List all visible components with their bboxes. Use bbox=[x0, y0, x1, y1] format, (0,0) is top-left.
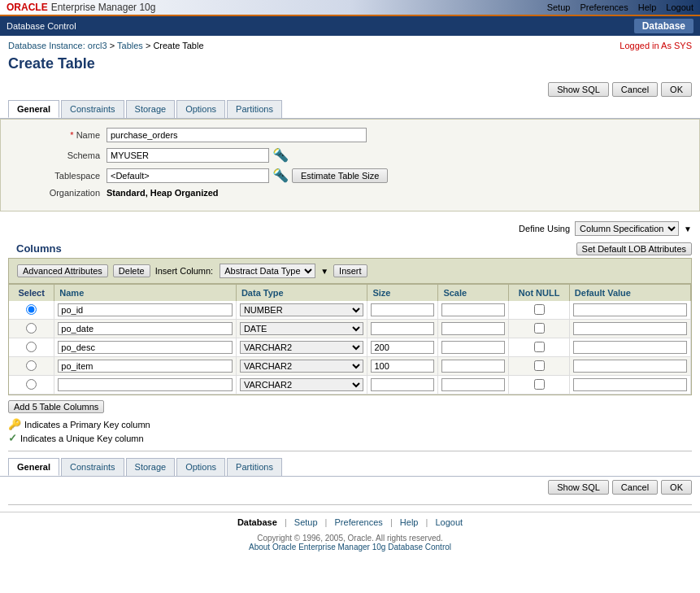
row3-not-null-checkbox[interactable] bbox=[534, 342, 545, 352]
row5-datatype-select[interactable]: VARCHAR2CHARDATENUMBER bbox=[240, 378, 364, 391]
row4-datatype-select[interactable]: VARCHAR2CHARDATENUMBER bbox=[240, 360, 364, 373]
footer-setup-link[interactable]: Setup bbox=[294, 517, 318, 527]
row1-datatype-select[interactable]: NUMBERCHARDATEVARCHAR2 bbox=[240, 303, 364, 316]
name-input[interactable] bbox=[107, 128, 367, 142]
row2-radio[interactable] bbox=[26, 323, 37, 334]
row1-select-cell bbox=[9, 301, 54, 320]
row5-default-input[interactable] bbox=[573, 378, 687, 391]
row3-default-input[interactable] bbox=[573, 341, 687, 354]
tab-storage[interactable]: Storage bbox=[126, 100, 176, 118]
col-header-scale: Scale bbox=[438, 285, 509, 301]
row4-name-input[interactable] bbox=[58, 360, 233, 373]
footer-tab-options[interactable]: Options bbox=[176, 458, 225, 476]
em-label: Enterprise Manager 10g bbox=[51, 2, 156, 13]
footer-logout-link[interactable]: Logout bbox=[435, 517, 463, 527]
schema-icon-btn[interactable]: 🔦 bbox=[269, 147, 292, 163]
organization-label: Organization bbox=[9, 188, 107, 198]
copyright-line2[interactable]: About Oracle Enterprise Manager 10g Data… bbox=[249, 543, 451, 552]
define-using-row: Define Using Column Specification Object… bbox=[0, 218, 700, 239]
row5-radio[interactable] bbox=[26, 379, 37, 390]
row3-name-input[interactable] bbox=[58, 341, 233, 354]
nav-logout[interactable]: Logout bbox=[666, 2, 693, 12]
row2-default-input[interactable] bbox=[573, 322, 687, 335]
row1-scale-input[interactable] bbox=[441, 303, 505, 316]
divider1 bbox=[8, 451, 692, 451]
tabs-top: General Constraints Storage Options Part… bbox=[0, 100, 700, 119]
row2-scale-input[interactable] bbox=[441, 322, 505, 335]
col-header-size: Size bbox=[367, 285, 438, 301]
footer-tab-partitions[interactable]: Partitions bbox=[227, 458, 282, 476]
name-label: Name bbox=[9, 130, 107, 140]
row3-datatype-select[interactable]: VARCHAR2CHARDATENUMBER bbox=[240, 341, 364, 354]
col-header-not-null: Not NULL bbox=[509, 285, 570, 301]
row4-not-null-checkbox[interactable] bbox=[534, 360, 545, 371]
copyright-line1: Copyright © 1996, 2005, Oracle. All righ… bbox=[2, 534, 698, 543]
db-control-label: Database Control bbox=[7, 21, 76, 31]
show-sql-button-bottom[interactable]: Show SQL bbox=[548, 480, 609, 495]
nav-setup[interactable]: Setup bbox=[547, 2, 571, 12]
ok-button-bottom[interactable]: OK bbox=[661, 480, 692, 495]
tablespace-row: Tablespace 🔦 Estimate Table Size bbox=[9, 168, 691, 183]
breadcrumb-current: Create Table bbox=[153, 41, 203, 50]
ok-button-top[interactable]: OK bbox=[661, 82, 692, 97]
row1-not-null-checkbox[interactable] bbox=[534, 304, 545, 315]
estimate-table-size-button[interactable]: Estimate Table Size bbox=[292, 168, 388, 183]
page-title: Create Table bbox=[0, 52, 700, 79]
tablespace-icon-btn[interactable]: 🔦 bbox=[269, 168, 292, 183]
row5-name-input[interactable] bbox=[58, 378, 233, 391]
organization-value: Standard, Heap Organized bbox=[107, 188, 219, 198]
footer-tab-general[interactable]: General bbox=[8, 458, 59, 476]
key-icon: 🔑 bbox=[8, 418, 21, 430]
row1-default-input[interactable] bbox=[573, 303, 687, 316]
cancel-button-top[interactable]: Cancel bbox=[612, 82, 658, 97]
row4-default-input[interactable] bbox=[573, 360, 687, 373]
check-icon: ✓ bbox=[8, 432, 17, 444]
breadcrumb-tables[interactable]: Tables bbox=[117, 41, 143, 50]
tablespace-input[interactable] bbox=[107, 168, 269, 183]
row2-not-null-checkbox[interactable] bbox=[534, 323, 545, 334]
nav-preferences[interactable]: Preferences bbox=[580, 2, 628, 12]
row1-size-input[interactable] bbox=[371, 303, 434, 316]
row3-radio[interactable] bbox=[26, 342, 37, 352]
set-lob-attributes-button[interactable]: Set Default LOB Attributes bbox=[576, 242, 692, 255]
define-using-select[interactable]: Column Specification Object Type XMLType bbox=[575, 221, 679, 236]
flashlight-icon2: 🔦 bbox=[272, 168, 289, 182]
cancel-button-bottom[interactable]: Cancel bbox=[612, 480, 658, 495]
legend-primary-key: 🔑 Indicates a Primary Key column bbox=[8, 418, 692, 430]
schema-input[interactable] bbox=[107, 148, 269, 163]
row2-size-input[interactable] bbox=[371, 322, 434, 335]
tab-general[interactable]: General bbox=[8, 100, 59, 118]
footer-tab-constraints[interactable]: Constraints bbox=[61, 458, 124, 476]
row2-name-input[interactable] bbox=[58, 322, 233, 335]
row5-size-input[interactable] bbox=[371, 378, 434, 391]
row1-radio[interactable] bbox=[26, 304, 37, 315]
insert-button[interactable]: Insert bbox=[333, 264, 367, 277]
row4-size-input[interactable] bbox=[371, 360, 434, 373]
show-sql-button-top[interactable]: Show SQL bbox=[548, 82, 609, 97]
footer-db-label: Database bbox=[237, 517, 277, 527]
row5-scale-input[interactable] bbox=[441, 378, 505, 391]
row5-not-null-checkbox[interactable] bbox=[534, 379, 545, 390]
row4-radio[interactable] bbox=[26, 360, 37, 371]
footer-tab-storage[interactable]: Storage bbox=[126, 458, 176, 476]
tab-options[interactable]: Options bbox=[176, 100, 225, 118]
footer-links: Database | Setup | Preferences | Help | … bbox=[0, 512, 700, 532]
row1-name-input[interactable] bbox=[58, 303, 233, 316]
row4-scale-input[interactable] bbox=[441, 360, 505, 373]
tab-constraints[interactable]: Constraints bbox=[61, 100, 124, 118]
add-table-columns-button[interactable]: Add 5 Table Columns bbox=[8, 400, 104, 413]
nav-help[interactable]: Help bbox=[638, 2, 657, 12]
organization-row: Organization Standard, Heap Organized bbox=[9, 188, 691, 198]
col-header-select: Select bbox=[9, 285, 54, 301]
breadcrumb-instance[interactable]: Database Instance: orcl3 bbox=[8, 41, 107, 50]
tab-partitions[interactable]: Partitions bbox=[227, 100, 282, 118]
delete-button[interactable]: Delete bbox=[113, 264, 150, 277]
row3-size-input[interactable] bbox=[371, 341, 434, 354]
row2-datatype-select[interactable]: DATECHARNUMBERVARCHAR2 bbox=[240, 322, 364, 335]
footer-help-link[interactable]: Help bbox=[400, 517, 419, 527]
insert-type-select[interactable]: Abstract Data Type Before After bbox=[220, 264, 315, 278]
row3-scale-input[interactable] bbox=[441, 341, 505, 354]
footer-preferences-link[interactable]: Preferences bbox=[335, 517, 383, 527]
logged-in-label: Logged in As SYS bbox=[620, 41, 692, 50]
advanced-attributes-button[interactable]: Advanced Attributes bbox=[17, 264, 108, 277]
